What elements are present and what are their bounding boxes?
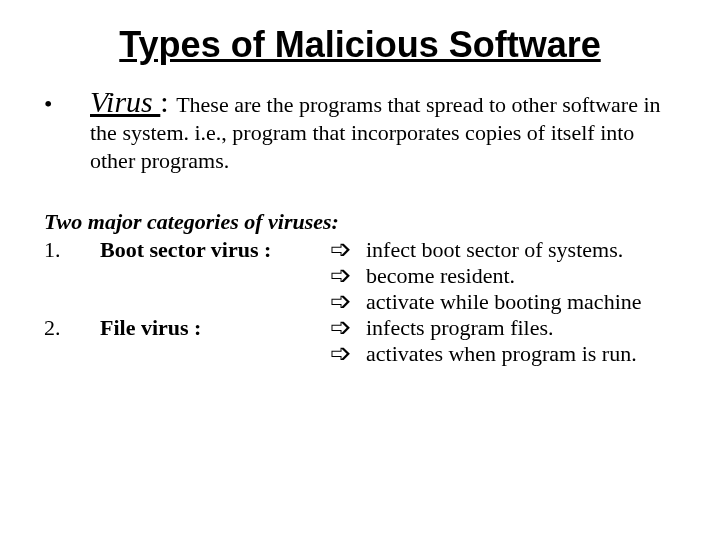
term-virus: Virus [90,85,160,118]
bullet-glyph: • [40,88,90,120]
table-row: ➩ activate while booting machine [44,289,680,315]
arrow-icon: ➩ [330,315,366,341]
row-desc: infect boot sector of systems. [366,237,680,263]
table-row: 1. Boot sector virus : ➩ infect boot sec… [44,237,680,263]
virus-definition: These are the programs that spread to ot… [90,92,661,173]
row-desc: activates when program is run. [366,341,680,367]
arrow-icon: ➩ [330,263,366,289]
slide-title: Types of Malicious Software [40,24,680,66]
row-name: File virus : [100,315,330,341]
arrow-icon: ➩ [330,237,366,263]
row-name: Boot sector virus : [100,237,330,263]
row-desc: become resident. [366,263,680,289]
bullet-body: Virus : These are the programs that spre… [90,88,680,175]
arrow-icon: ➩ [330,341,366,367]
table-row: ➩ activates when program is run. [44,341,680,367]
categories-table: 1. Boot sector virus : ➩ infect boot sec… [40,237,680,367]
table-row: 2. File virus : ➩ infects program files. [44,315,680,341]
bullet-item-virus: • Virus : These are the programs that sp… [40,88,680,175]
slide: Types of Malicious Software • Virus : Th… [0,0,720,540]
term-colon: : [160,85,176,118]
arrow-icon: ➩ [330,289,366,315]
row-number: 1. [44,237,100,263]
row-desc: infects program files. [366,315,680,341]
categories-heading: Two major categories of viruses: [40,209,680,235]
table-row: ➩ become resident. [44,263,680,289]
row-number: 2. [44,315,100,341]
row-desc: activate while booting machine [366,289,680,315]
